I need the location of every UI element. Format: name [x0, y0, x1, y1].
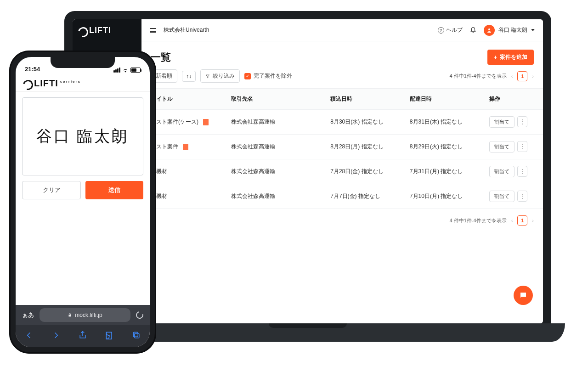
row-deliver-date: 8月29日(火) 指定なし — [404, 135, 484, 159]
col-load: 積込日時 — [325, 89, 404, 110]
url-text: mock.lifti.jp — [75, 312, 102, 318]
pager-summary-bottom: 4 件中1件-4件までを表示 — [450, 217, 507, 224]
reload-icon[interactable] — [135, 310, 145, 320]
app-main: 株式会社Univearth ? ヘルプ 谷口 臨太朗 — [141, 19, 543, 323]
user-menu[interactable]: 谷口 臨太朗 — [484, 25, 535, 36]
checkbox-checked-icon: ✓ — [244, 73, 251, 79]
tabs-icon[interactable] — [132, 331, 141, 342]
pager-current-bottom[interactable]: 1 — [517, 215, 527, 226]
table-row[interactable]: テスト案件(ケース)株式会社森高運輸8月30日(水) 指定なし8月31日(木) … — [141, 110, 543, 135]
row-menu-icon[interactable]: ⋮ — [517, 141, 527, 152]
pager-current[interactable]: 1 — [517, 71, 527, 81]
table-row[interactable]: プ機材株式会社森高運輸7月7日(金) 指定なし7月10日(月) 指定なし割当て⋮ — [141, 184, 543, 209]
svg-point-0 — [488, 28, 490, 30]
row-load-date: 7月28日(金) 指定なし — [325, 159, 404, 184]
pager-prev-bottom-icon[interactable]: ‹ — [511, 218, 513, 223]
phone-screen: 21:54 LIFTI carriers 谷口 臨太朗 クリア 送信 ぁあ — [16, 57, 150, 347]
assign-button[interactable]: 割当て — [489, 141, 514, 152]
assign-button[interactable]: 割当て — [489, 116, 514, 128]
bookmarks-icon[interactable] — [105, 331, 114, 342]
menu-icon[interactable] — [150, 28, 156, 33]
exclude-done-checkbox[interactable]: ✓ 完了案件を除外 — [244, 72, 292, 80]
browser-address-bar: ぁあ mock.lifti.jp — [16, 305, 150, 325]
help-icon: ? — [438, 27, 444, 34]
brand-sub: carriers — [60, 79, 81, 84]
url-field[interactable]: mock.lifti.jp — [40, 308, 130, 322]
sort-direction-button[interactable]: ↑↓ — [182, 71, 196, 82]
topbar: 株式会社Univearth ? ヘルプ 谷口 臨太朗 — [141, 19, 543, 41]
phone-notch — [51, 57, 115, 68]
filter-label: 絞り込み — [213, 72, 235, 80]
row-client: 株式会社森高運輸 — [226, 184, 325, 209]
avatar-icon — [484, 25, 495, 36]
chevron-down-icon — [531, 29, 535, 31]
notification-icon[interactable] — [470, 26, 476, 34]
signal-icon — [113, 68, 120, 73]
row-client: 株式会社森高運輸 — [226, 110, 325, 135]
help-label: ヘルプ — [446, 26, 463, 34]
sort-label: 新着順 — [156, 72, 172, 80]
row-client: 株式会社森高運輸 — [226, 159, 325, 184]
assign-button[interactable]: 割当て — [489, 191, 514, 202]
row-load-date: 7月7日(金) 指定なし — [325, 184, 404, 209]
pager-next-bottom-icon[interactable]: › — [532, 218, 534, 223]
help-link[interactable]: ? ヘルプ — [438, 26, 463, 34]
list-toolbar: 新着順 ↑↓ 絞り込み ✓ 完了案件を除外 4 件中1件 — [141, 69, 543, 89]
phone-brand-logo: LIFTI carriers — [23, 78, 142, 89]
sort-icon: ↑↓ — [186, 73, 192, 79]
text-size-button[interactable]: ぁあ — [22, 311, 34, 319]
col-client: 取引先名 — [226, 89, 325, 110]
chat-icon — [519, 291, 527, 299]
share-icon[interactable] — [78, 330, 87, 342]
phone-app-header: LIFTI carriers — [16, 74, 150, 92]
exclude-done-label: 完了案件を除外 — [254, 72, 292, 80]
browser-toolbar — [16, 325, 150, 347]
table-row[interactable]: プ機材株式会社森高運輸7月28日(金) 指定なし7月31日(月) 指定なし割当て… — [141, 159, 543, 184]
laptop-hinge — [269, 323, 347, 328]
wifi-icon — [122, 68, 129, 73]
table-header-row: タイトル 取引先名 積込日時 配達日時 操作 — [141, 89, 543, 110]
add-case-button[interactable]: + 案件を追加 — [487, 50, 534, 65]
document-icon — [203, 119, 209, 125]
clear-button[interactable]: クリア — [22, 181, 81, 199]
row-deliver-date: 7月10日(月) 指定なし — [404, 184, 484, 209]
add-case-label: 案件を追加 — [500, 53, 527, 61]
phone-device: 21:54 LIFTI carriers 谷口 臨太朗 クリア 送信 ぁあ — [9, 51, 156, 354]
pager-prev-icon[interactable]: ‹ — [511, 73, 513, 79]
signature-actions: クリア 送信 — [16, 181, 150, 206]
row-load-date: 8月30日(水) 指定なし — [325, 110, 404, 135]
send-button[interactable]: 送信 — [85, 181, 143, 199]
plus-icon: + — [494, 54, 497, 61]
row-menu-icon[interactable]: ⋮ — [517, 166, 527, 177]
status-time: 21:54 — [25, 66, 40, 73]
filter-button[interactable]: 絞り込み — [200, 69, 240, 83]
pagination-bottom: 4 件中1件-4件までを表示 ‹ 1 › — [141, 209, 543, 232]
forward-icon[interactable] — [51, 331, 61, 342]
table-row[interactable]: テスト案件株式会社森高運輸8月28日(月) 指定なし8月29日(火) 指定なし割… — [141, 135, 543, 159]
row-load-date: 8月28日(月) 指定なし — [325, 135, 404, 159]
chat-fab[interactable] — [514, 286, 533, 305]
page-header: 一覧 + 案件を追加 — [141, 41, 543, 69]
signature-pad[interactable]: 谷口 臨太朗 — [22, 97, 143, 175]
logo-mark-icon — [23, 79, 32, 88]
back-icon[interactable] — [24, 331, 34, 342]
svg-rect-2 — [133, 332, 138, 337]
signature-text: 谷口 臨太朗 — [36, 126, 130, 147]
battery-icon — [130, 68, 141, 73]
document-icon — [183, 144, 188, 150]
row-menu-icon[interactable]: ⋮ — [517, 116, 527, 127]
assign-button[interactable]: 割当て — [489, 166, 514, 177]
row-deliver-date: 8月31日(木) 指定なし — [404, 110, 484, 135]
brand-name: LIFTI — [89, 26, 111, 35]
logo-mark-icon — [78, 26, 87, 35]
user-name: 谷口 臨太朗 — [498, 26, 527, 34]
row-deliver-date: 7月31日(月) 指定なし — [404, 159, 484, 184]
pager-next-icon[interactable]: › — [532, 73, 534, 79]
svg-rect-1 — [135, 333, 139, 338]
row-menu-icon[interactable]: ⋮ — [517, 191, 527, 202]
lock-icon — [68, 313, 72, 317]
pagination-top: 4 件中1件-4件までを表示 ‹ 1 › — [450, 71, 534, 81]
brand-name: LIFTI — [34, 78, 58, 89]
row-client: 株式会社森高運輸 — [226, 135, 325, 159]
cases-table: タイトル 取引先名 積込日時 配達日時 操作 テスト案件(ケース)株式会社森高運… — [141, 89, 543, 209]
